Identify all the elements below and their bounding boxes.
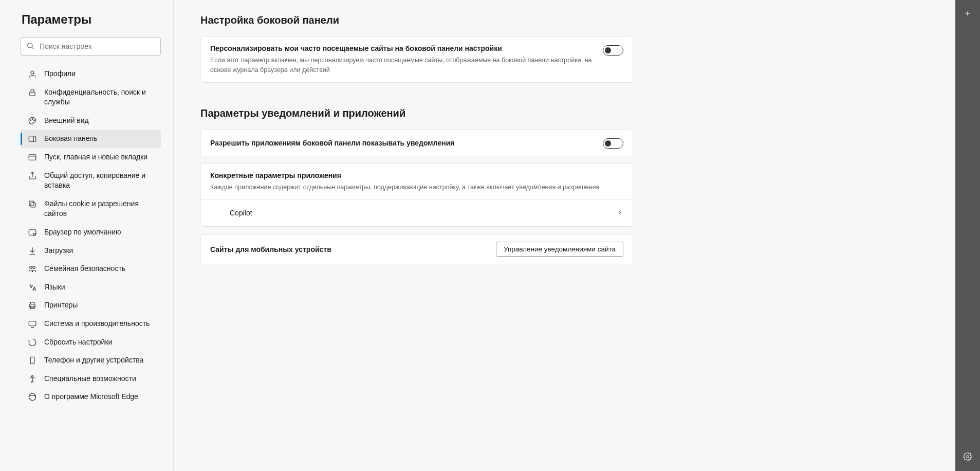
nav-label: О программе Microsoft Edge xyxy=(44,392,138,402)
nav-item-reset[interactable]: Сбросить настройки xyxy=(21,333,161,352)
setting-desc: Если этот параметр включен, мы персонали… xyxy=(210,56,593,75)
toggle-personalize[interactable] xyxy=(603,45,623,56)
reset-icon xyxy=(28,338,37,347)
phone-icon xyxy=(28,356,37,365)
gear-icon xyxy=(963,452,972,463)
tabs-icon xyxy=(28,153,37,162)
copilot-icon xyxy=(210,207,223,219)
rail-settings-button[interactable] xyxy=(958,447,977,467)
svg-line-1 xyxy=(32,47,33,49)
setting-title: Разрешить приложениям боковой панели пок… xyxy=(210,139,593,147)
nav-item-start[interactable]: Пуск, главная и новые вкладки xyxy=(21,148,161,167)
nav-label: Телефон и другие устройства xyxy=(44,355,143,366)
svg-point-17 xyxy=(33,266,35,269)
nav-item-default-browser[interactable]: Браузер по умолчанию xyxy=(21,223,161,242)
nav-item-about[interactable]: О программе Microsoft Edge xyxy=(21,388,161,406)
toggle-knob xyxy=(605,47,611,53)
svg-rect-20 xyxy=(29,321,36,326)
nav-label: Пуск, главная и новые вкладки xyxy=(44,152,147,162)
nav-item-phone[interactable]: Телефон и другие устройства xyxy=(21,351,161,370)
app-name: Copilot xyxy=(230,209,616,217)
card-personalize: Персонализировать мои часто посещаемые с… xyxy=(200,37,633,83)
nav-item-profiles[interactable]: Профили xyxy=(21,65,161,83)
svg-point-0 xyxy=(28,43,32,47)
system-icon xyxy=(28,319,37,329)
nav-label: Браузер по умолчанию xyxy=(44,227,121,238)
manage-site-notifications-button[interactable]: Управление уведомлениями сайта xyxy=(496,242,623,257)
svg-point-4 xyxy=(30,120,31,121)
svg-point-24 xyxy=(32,375,33,377)
section-title-notifications: Параметры уведомлений и приложений xyxy=(200,107,633,119)
svg-rect-13 xyxy=(31,203,35,207)
right-rail xyxy=(955,0,980,471)
download-icon xyxy=(28,246,37,256)
svg-point-5 xyxy=(32,119,33,120)
svg-rect-3 xyxy=(30,92,35,96)
profile-icon xyxy=(28,69,37,79)
nav-item-languages[interactable]: Языки xyxy=(21,278,161,297)
nav-label: Система и производительность xyxy=(44,319,150,329)
svg-point-25 xyxy=(29,394,36,401)
card-app-specific: Конкретные параметры приложения Каждое п… xyxy=(200,164,633,227)
nav-item-privacy[interactable]: Конфиденциальность, поиск и службы xyxy=(21,83,161,112)
search-input[interactable] xyxy=(40,42,155,50)
setting-title: Персонализировать мои часто посещаемые с… xyxy=(210,44,593,52)
svg-rect-9 xyxy=(29,155,36,160)
edge-icon xyxy=(28,392,37,402)
nav-label: Боковая панель xyxy=(44,134,97,144)
setting-title: Конкретные параметры приложения xyxy=(210,171,613,179)
chevron-right-icon xyxy=(616,209,623,218)
card-allow-notifications: Разрешить приложениям боковой панели пок… xyxy=(200,130,633,156)
nav-item-downloads[interactable]: Загрузки xyxy=(21,242,161,260)
nav-label: Принтеры xyxy=(44,300,78,311)
main-content: Настройка боковой панели Персонализирова… xyxy=(174,0,955,471)
setting-desc: Каждое приложение содержит отдельные пар… xyxy=(210,183,613,192)
sidebar-icon xyxy=(28,134,37,143)
card-mobile-sites: Сайты для мобильных устройств Управление… xyxy=(200,234,633,264)
toggle-allow-notifications[interactable] xyxy=(603,138,623,149)
accessibility-icon xyxy=(28,374,37,384)
nav-label: Специальные возможности xyxy=(44,374,136,384)
nav-item-share[interactable]: Общий доступ, копирование и вставка xyxy=(21,167,161,195)
search-box[interactable] xyxy=(21,37,161,56)
rail-add-button[interactable] xyxy=(958,4,977,24)
nav-label: Общий доступ, копирование и вставка xyxy=(44,171,156,191)
toggle-knob xyxy=(605,140,611,147)
share-icon xyxy=(28,171,37,180)
nav-label: Семейная безопасность xyxy=(44,264,125,274)
language-icon xyxy=(28,283,37,292)
nav-label: Сбросить настройки xyxy=(44,337,112,348)
nav-item-family[interactable]: Семейная безопасность xyxy=(21,260,161,278)
page-title: Параметры xyxy=(22,12,161,27)
settings-sidebar: Параметры Профили Конфиденциальность, по… xyxy=(0,0,174,471)
svg-point-28 xyxy=(967,455,969,458)
palette-icon xyxy=(28,116,37,125)
svg-rect-12 xyxy=(29,201,34,206)
svg-point-16 xyxy=(30,266,32,269)
plus-icon xyxy=(964,9,972,19)
printer-icon xyxy=(28,301,37,310)
nav-item-accessibility[interactable]: Специальные возможности xyxy=(21,370,161,388)
svg-rect-7 xyxy=(29,136,36,142)
lock-icon xyxy=(28,88,37,97)
app-row-copilot[interactable]: Copilot xyxy=(201,200,633,226)
nav-label: Загрузки xyxy=(44,246,73,256)
nav-item-sidebar[interactable]: Боковая панель xyxy=(21,130,161,148)
family-icon xyxy=(28,264,37,274)
search-icon xyxy=(26,42,34,51)
setting-title: Сайты для мобильных устройств xyxy=(210,245,486,253)
nav-item-printers[interactable]: Принтеры xyxy=(21,296,161,315)
nav-item-cookies[interactable]: Файлы cookie и разрешения сайтов xyxy=(21,195,161,223)
nav-label: Файлы cookie и разрешения сайтов xyxy=(44,199,156,219)
nav-list: Профили Конфиденциальность, поиск и служ… xyxy=(21,65,161,406)
nav-label: Конфиденциальность, поиск и службы xyxy=(44,87,156,107)
nav-item-appearance[interactable]: Внешний вид xyxy=(21,112,161,130)
browser-icon xyxy=(28,228,37,237)
section-title-customize: Настройка боковой панели xyxy=(200,14,633,26)
svg-point-6 xyxy=(34,120,35,121)
svg-point-2 xyxy=(31,71,34,74)
nav-label: Внешний вид xyxy=(44,116,89,126)
svg-rect-14 xyxy=(29,230,36,236)
cookie-icon xyxy=(28,200,37,209)
nav-item-system[interactable]: Система и производительность xyxy=(21,315,161,333)
